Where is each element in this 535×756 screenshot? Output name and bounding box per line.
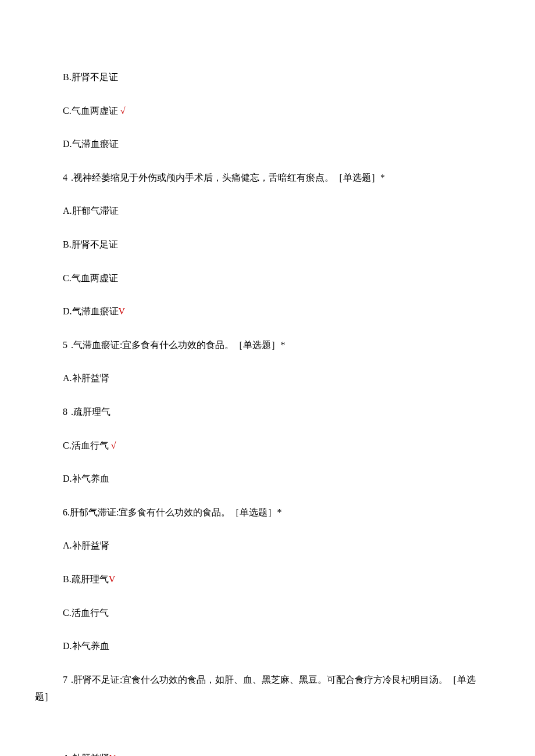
option-text: B.肝肾不足证 [63, 239, 118, 249]
option-text: C.活血行气 [63, 440, 111, 450]
question-6-option-d: D.补气养血 [35, 639, 500, 654]
question-5-option-b: 8 .疏肝理气 [35, 404, 500, 420]
question-4-option-c: C.气血两虚证 [35, 271, 500, 286]
question-4-option-a: A.肝郁气滞证 [35, 203, 500, 218]
question-6-option-c: C.活血行气 [35, 605, 500, 621]
question-7-option-a: A.补肝益肾V [35, 751, 500, 756]
option-text: B.疏肝理气 [63, 574, 109, 584]
question-text-line2: 题］ [35, 691, 54, 701]
option-text: C.气血两虚证 [63, 106, 120, 116]
question-text: .气滞血瘀证:宜多食有什么功效的食品。［单选题］* [69, 340, 285, 350]
option-text: A.补肝益肾 [63, 540, 109, 550]
question-4-option-d: D.气滞血瘀证V [35, 304, 500, 319]
option-c-previous: C.气血两虚证 √ [35, 103, 500, 119]
question-number: 7 [63, 675, 69, 685]
option-text: A.肝郁气滞证 [63, 206, 119, 216]
option-text: D.补气养血 [63, 641, 109, 651]
option-text: B.肝肾不足证 [63, 72, 118, 82]
question-5-option-a: A.补肝益肾 [35, 371, 500, 386]
check-mark-icon: V [119, 306, 126, 316]
option-text: C.气血两虚证 [63, 273, 118, 283]
question-5: 5 .气滞血瘀证:宜多食有什么功效的食品。［单选题］* [35, 338, 500, 353]
question-text: .视神经萎缩见于外伤或颅内手术后，头痛健忘，舌暗红有瘀点。［单选题］* [69, 173, 385, 182]
question-5-option-d: D.补气养血 [35, 471, 500, 486]
option-text: A.补肝益肾 [63, 373, 109, 383]
question-text: 6.肝郁气滞证:宜多食有什么功效的食品。［单选题］* [63, 507, 281, 517]
question-number: 5 [63, 340, 69, 350]
question-text-line1: .肝肾不足证:宜食什么功效的食品，如肝、血、黑芝麻、黑豆。可配合食疗方冷艮杞明目… [69, 675, 476, 685]
question-6-option-b: B.疏肝理气V [35, 572, 500, 587]
question-number: 4 [63, 173, 69, 182]
option-number: 8 [63, 407, 69, 417]
question-5-option-c: C.活血行气 √ [35, 438, 500, 453]
question-6: 6.肝郁气滞证:宜多食有什么功效的食品。［单选题］* [35, 505, 500, 520]
option-text: .疏肝理气 [69, 407, 110, 417]
option-text: D.气滞血瘀证 [63, 139, 119, 149]
question-6-option-a: A.补肝益肾 [35, 538, 500, 553]
question-7: 7 .肝肾不足证:宜食什么功效的食品，如肝、血、黑芝麻、黑豆。可配合食疗方冷艮杞… [35, 672, 500, 704]
option-text: D.补气养血 [63, 474, 109, 483]
option-d-previous: D.气滞血瘀证 [35, 137, 500, 152]
option-text: C.活血行气 [63, 608, 109, 618]
check-mark-icon: V [109, 574, 116, 584]
question-4-option-b: B.肝肾不足证 [35, 237, 500, 252]
check-mark-icon: V [109, 753, 116, 756]
question-4: 4 .视神经萎缩见于外伤或颅内手术后，头痛健忘，舌暗红有瘀点。［单选题］* [35, 170, 500, 185]
option-b-previous: B.肝肾不足证 [35, 70, 500, 85]
check-mark-icon: √ [120, 106, 126, 116]
option-text: A.补肝益肾 [63, 753, 109, 756]
check-mark-icon: √ [111, 440, 116, 450]
option-text: D.气滞血瘀证 [63, 306, 119, 316]
